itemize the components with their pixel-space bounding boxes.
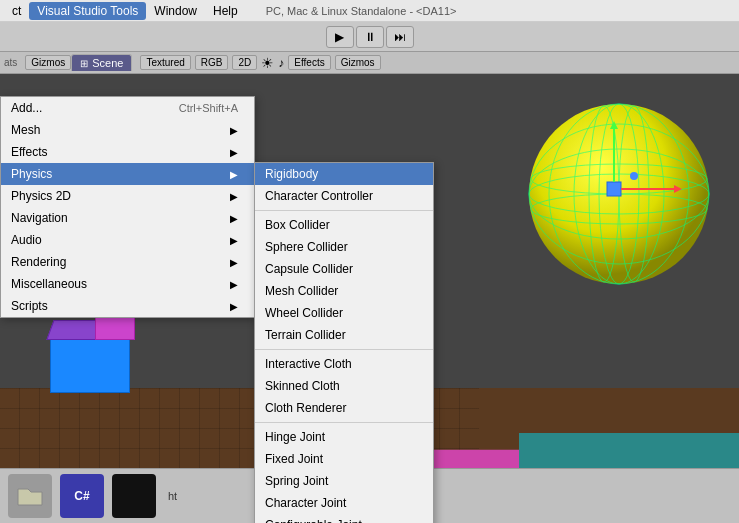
- 2d-btn[interactable]: 2D: [232, 55, 257, 70]
- submenu-interactive-cloth[interactable]: Interactive Cloth: [255, 353, 433, 375]
- folder-icon-asset[interactable]: [8, 474, 52, 518]
- navigation-arrow: ▶: [230, 213, 238, 224]
- menu-miscellaneous[interactable]: Miscellaneous ▶: [1, 273, 254, 295]
- submenu-rigidbody[interactable]: Rigidbody: [255, 163, 433, 185]
- submenu-wheel-collider[interactable]: Wheel Collider: [255, 302, 433, 324]
- menubar: ct Visual Studio Tools Window Help PC, M…: [0, 0, 739, 22]
- component-dropdown[interactable]: Add... Ctrl+Shift+A Mesh ▶ Effects ▶ Phy…: [0, 96, 255, 318]
- stats-label: ats: [4, 57, 17, 68]
- sep2: [255, 349, 433, 350]
- play-button[interactable]: ▶: [326, 26, 354, 48]
- physics-submenu[interactable]: Rigidbody Character Controller Box Colli…: [254, 162, 434, 523]
- menubar-item-component[interactable]: Visual Studio Tools: [29, 2, 146, 20]
- step-button[interactable]: ⏭: [386, 26, 414, 48]
- submenu-configurable-joint[interactable]: Configurable Joint: [255, 514, 433, 523]
- menu-rendering[interactable]: Rendering ▶: [1, 251, 254, 273]
- menu-mesh-label: Mesh: [11, 123, 40, 137]
- physics-arrow: ▶: [230, 169, 238, 180]
- toolbar: ▶ ⏸ ⏭: [0, 22, 739, 52]
- effects-btn[interactable]: Effects: [288, 55, 330, 70]
- submenu-cloth-renderer[interactable]: Cloth Renderer: [255, 397, 433, 419]
- scene-icon: ⊞: [80, 58, 88, 69]
- menubar-item-window[interactable]: Help: [205, 2, 246, 20]
- physics2d-arrow: ▶: [230, 191, 238, 202]
- sep1: [255, 210, 433, 211]
- effects-arrow: ▶: [230, 147, 238, 158]
- textured-btn[interactable]: Textured: [140, 55, 190, 70]
- gizmos-view-btn[interactable]: Gizmos: [335, 55, 381, 70]
- mesh-arrow: ▶: [230, 125, 238, 136]
- miscellaneous-arrow: ▶: [230, 279, 238, 290]
- menubar-item-help[interactable]: [246, 9, 262, 13]
- cs-file-icon[interactable]: C#: [60, 474, 104, 518]
- sun-icon[interactable]: ☀: [261, 55, 274, 71]
- main-area: C# ht Sphere Add... Ctrl+Shift+A Mesh ▶ …: [0, 74, 739, 523]
- menu-physics-label: Physics: [11, 167, 52, 181]
- menu-miscellaneous-label: Miscellaneous: [11, 277, 87, 291]
- submenu-capsule-collider[interactable]: Capsule Collider: [255, 258, 433, 280]
- tab-scene-label: Scene: [92, 57, 123, 69]
- menu-mesh[interactable]: Mesh ▶: [1, 119, 254, 141]
- audio-arrow: ▶: [230, 235, 238, 246]
- tabbar: ats Gizmos ⊞ Scene Textured RGB 2D ☀ ♪ E…: [0, 52, 739, 74]
- view-controls: Textured RGB 2D ☀ ♪ Effects Gizmos: [140, 55, 380, 71]
- menu-audio-label: Audio: [11, 233, 42, 247]
- menu-physics2d[interactable]: Physics 2D ▶: [1, 185, 254, 207]
- submenu-hinge-joint[interactable]: Hinge Joint: [255, 426, 433, 448]
- menu-scripts-label: Scripts: [11, 299, 48, 313]
- bottom-text: ht: [168, 490, 177, 502]
- submenu-sphere-collider[interactable]: Sphere Collider: [255, 236, 433, 258]
- rgb-btn[interactable]: RGB: [195, 55, 229, 70]
- menu-navigation-label: Navigation: [11, 211, 68, 225]
- menu-add-label: Add...: [11, 101, 42, 115]
- menu-add-shortcut: Ctrl+Shift+A: [179, 102, 238, 114]
- menubar-item-ct[interactable]: ct: [4, 2, 29, 20]
- menu-physics[interactable]: Physics ▶ Rigidbody Character Controller…: [1, 163, 254, 185]
- svg-rect-11: [607, 182, 621, 196]
- submenu-spring-joint[interactable]: Spring Joint: [255, 470, 433, 492]
- audio-icon[interactable]: ♪: [278, 56, 284, 70]
- menu-rendering-label: Rendering: [11, 255, 66, 269]
- menu-audio[interactable]: Audio ▶: [1, 229, 254, 251]
- tab-scene[interactable]: ⊞ Scene: [71, 54, 132, 71]
- play-controls: ▶ ⏸ ⏭: [326, 26, 414, 48]
- menu-add[interactable]: Add... Ctrl+Shift+A: [1, 97, 254, 119]
- rendering-arrow: ▶: [230, 257, 238, 268]
- submenu-terrain-collider[interactable]: Terrain Collider: [255, 324, 433, 346]
- gizmos-btn[interactable]: Gizmos: [25, 55, 71, 70]
- pause-button[interactable]: ⏸: [356, 26, 384, 48]
- menu-scripts[interactable]: Scripts ▶: [1, 295, 254, 317]
- svg-point-16: [630, 172, 638, 180]
- black-asset-icon[interactable]: [112, 474, 156, 518]
- submenu-box-collider[interactable]: Box Collider: [255, 214, 433, 236]
- scene-blue-cube: [50, 338, 130, 393]
- menu-effects-label: Effects: [11, 145, 47, 159]
- submenu-mesh-collider[interactable]: Mesh Collider: [255, 280, 433, 302]
- scene-teal-plane: [519, 433, 739, 468]
- submenu-fixed-joint[interactable]: Fixed Joint: [255, 448, 433, 470]
- menu-physics2d-label: Physics 2D: [11, 189, 71, 203]
- scene-sphere-svg: [519, 94, 719, 294]
- menu-navigation[interactable]: Navigation ▶: [1, 207, 254, 229]
- tab-controls: Gizmos: [25, 55, 71, 70]
- sep3: [255, 422, 433, 423]
- submenu-skinned-cloth[interactable]: Skinned Cloth: [255, 375, 433, 397]
- menu-effects[interactable]: Effects ▶: [1, 141, 254, 163]
- submenu-character-joint[interactable]: Character Joint: [255, 492, 433, 514]
- menubar-item-vst[interactable]: Window: [146, 2, 205, 20]
- scripts-arrow: ▶: [230, 301, 238, 312]
- app-title: PC, Mac & Linux Standalone - <DA11>: [266, 5, 457, 17]
- submenu-character-controller[interactable]: Character Controller: [255, 185, 433, 207]
